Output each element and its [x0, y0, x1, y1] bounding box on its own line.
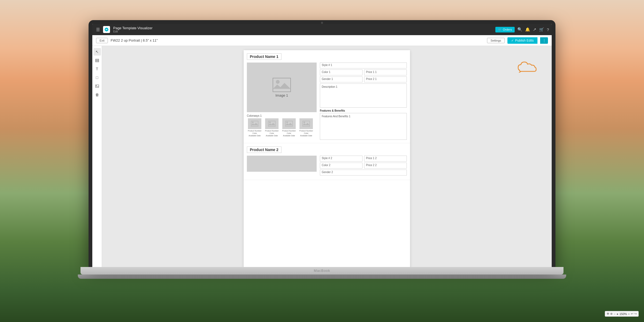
svg-point-13 — [286, 122, 288, 123]
help-icon[interactable]: ? — [547, 27, 549, 32]
topbar: ☰ Page Template Visualizer Edit 🛒 — [92, 24, 552, 35]
laptop-foot — [78, 275, 566, 279]
tool-shape[interactable]: □ — [93, 74, 101, 81]
colorway-thumb — [299, 118, 313, 129]
app-container: ☰ Page Template Visualizer Edit 🛒 — [92, 24, 552, 267]
product1-features-heading: Features & Benefits — [320, 109, 407, 112]
product1-price1-field[interactable]: Price 1 1 — [364, 69, 407, 75]
tool-delete[interactable]: 🗑 — [93, 91, 101, 98]
product2-style-field[interactable]: Style # 2 — [320, 156, 363, 162]
product1-price2-field[interactable]: Price 2 1 — [364, 76, 407, 82]
subtoolbar: Exit FW22 2 up Portrait | 8.5" x 11" Set… — [92, 35, 552, 46]
tool-layers[interactable] — [93, 57, 101, 64]
laptop-container: ☰ Page Template Visualizer Edit 🛒 — [80, 20, 564, 302]
laptop-screen: ☰ Page Template Visualizer Edit 🛒 — [89, 20, 555, 267]
app-subtitle: Edit — [113, 30, 493, 33]
share-icon[interactable]: ↗ — [533, 27, 536, 32]
product2-content: Style # 2 Price 1 2 Color 2 Price 2 2 — [247, 156, 407, 177]
product1-description[interactable]: Description 1 — [320, 83, 407, 108]
cart-icon: 🛒 — [498, 28, 502, 31]
product1-name: Product Name 1 — [247, 53, 281, 60]
product2-style-row: Style # 2 Price 1 2 — [320, 156, 407, 162]
product2-color-field[interactable]: Color 2 — [320, 163, 363, 169]
product1-image[interactable]: Image 1 — [247, 63, 317, 112]
colorway-item[interactable]: Product NumberColorAvailable Date — [281, 118, 297, 137]
orders-button[interactable]: 🛒 Orders — [495, 27, 515, 32]
svg-point-11 — [269, 122, 271, 123]
colorway-text: Product NumberColorAvailable Date — [248, 130, 262, 137]
product2-price1-field[interactable]: Price 1 2 — [364, 156, 407, 162]
image-placeholder-icon — [272, 78, 291, 92]
svg-point-9 — [252, 122, 254, 123]
svg-point-7 — [276, 80, 280, 84]
cloud-annotation — [517, 59, 538, 75]
product2-left — [247, 156, 317, 177]
cloud-icon — [517, 59, 538, 74]
left-sidebar: ↖ T □ — [92, 46, 102, 267]
exit-button[interactable]: Exit — [96, 38, 108, 43]
product1-style-field[interactable]: Style # 1 — [320, 63, 407, 68]
product2-section: Product Name 2 Style # — [244, 143, 410, 180]
colorway-thumb — [265, 118, 279, 129]
product2-right: Style # 2 Price 1 2 Color 2 Price 2 2 — [320, 156, 407, 177]
colorway-thumb — [248, 118, 261, 129]
topbar-right: 🛒 Orders 🔍 🔔 ↗ 🛒 ? — [495, 27, 549, 32]
product2-image-partial[interactable] — [247, 156, 317, 172]
page-canvas: Product Name 1 — [244, 50, 410, 267]
colorways1-label: Colorways 1 — [247, 114, 317, 117]
menu-icon[interactable]: ☰ — [95, 26, 101, 33]
logo — [103, 26, 110, 33]
cart-topbar-icon[interactable]: 🛒 — [539, 27, 544, 32]
colorway-item[interactable]: Product NumberColorAvailable Date — [298, 118, 314, 137]
colorway-item[interactable]: Product NumberColorAvailable Date — [247, 118, 262, 137]
product2-price2-field[interactable]: Price 2 2 — [364, 163, 407, 169]
colorway-item[interactable]: Product NumberColorAvailable Date — [264, 118, 280, 137]
product1-section: Product Name 1 — [244, 50, 410, 143]
colorway-thumb — [282, 118, 296, 129]
product1-right: Style # 1 Color 1 Price 1 1 Gender 1 — [320, 63, 407, 140]
product1-content: Image 1 Colorways 1 — [247, 63, 407, 140]
colorway-text: Product NumberColorAvailable Date — [265, 130, 279, 137]
canvas-area[interactable]: Product Name 1 — [102, 46, 552, 267]
product2-gender-field[interactable]: Gender 2 — [320, 170, 407, 175]
product1-gender-row: Gender 1 Price 2 1 — [320, 76, 407, 82]
product2-color-row: Color 2 Price 2 2 — [320, 163, 407, 169]
publish-button[interactable]: ✓ Publish Edits — [507, 37, 537, 44]
laptop-base — [80, 267, 564, 275]
topbar-title-section: Page Template Visualizer Edit — [113, 26, 493, 33]
tool-text[interactable]: T — [93, 65, 101, 73]
screen-content: ☰ Page Template Visualizer Edit 🛒 — [92, 24, 552, 267]
main-layout: ↖ T □ — [92, 46, 552, 267]
svg-rect-2 — [96, 60, 99, 61]
product1-color-row: Color 1 Price 1 1 — [320, 69, 407, 75]
publish-dropdown-button[interactable]: ⋮ — [540, 37, 548, 44]
app-title: Page Template Visualizer — [113, 26, 493, 30]
colorway-text: Product NumberColorAvailable Date — [282, 130, 296, 137]
svg-rect-4 — [96, 85, 99, 87]
product1-color-field[interactable]: Color 1 — [320, 69, 363, 75]
page-title: FW22 2 up Portrait | 8.5" x 11" — [111, 38, 484, 42]
image1-label: Image 1 — [276, 93, 288, 97]
product1-features[interactable]: Features And Benefits 1 — [320, 113, 407, 140]
svg-rect-1 — [96, 59, 99, 60]
laptop-camera — [321, 22, 323, 24]
product1-left: Image 1 Colorways 1 — [247, 63, 317, 140]
bell-icon[interactable]: 🔔 — [525, 27, 530, 32]
search-icon[interactable]: 🔍 — [517, 27, 522, 32]
settings-button[interactable]: Settings — [487, 38, 505, 43]
colorway-text: Product NumberColorAvailable Date — [299, 130, 313, 137]
checkmark-icon: ✓ — [511, 39, 514, 42]
colorways1-row: Product NumberColorAvailable Date Produc… — [247, 118, 317, 137]
product2-name: Product Name 2 — [247, 147, 281, 153]
product2-gender-row: Gender 2 — [320, 170, 407, 175]
svg-point-5 — [96, 85, 97, 86]
product1-gender-field[interactable]: Gender 1 — [320, 76, 363, 82]
svg-rect-3 — [96, 61, 99, 62]
publish-label: Publish Edits — [515, 39, 534, 42]
tool-image[interactable] — [93, 82, 101, 90]
svg-rect-6 — [273, 78, 291, 92]
tool-select[interactable]: ↖ — [93, 48, 101, 56]
orders-label: Orders — [503, 28, 512, 31]
svg-point-15 — [303, 122, 305, 123]
product1-style-row: Style # 1 — [320, 63, 407, 68]
